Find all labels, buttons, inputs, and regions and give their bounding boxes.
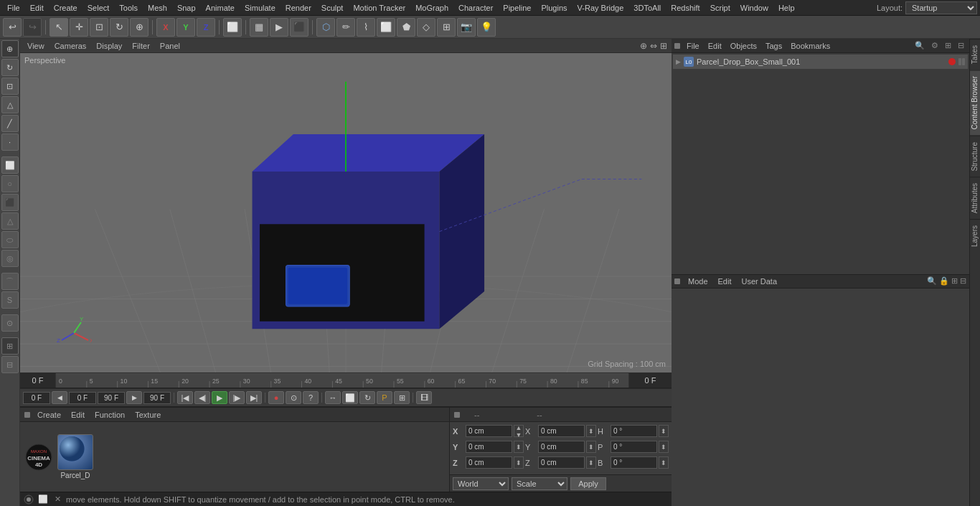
- frame-end-input1[interactable]: [98, 392, 125, 404]
- menu-window[interactable]: Window: [736, 2, 773, 14]
- coord-b-arrow[interactable]: ⬍: [659, 456, 669, 469]
- vp-menu-panel[interactable]: Panel: [157, 41, 183, 51]
- tree-item-0[interactable]: ▶ L0 Parcel_Drop_Box_Small_001: [673, 55, 968, 69]
- coord-b-input[interactable]: 0 °: [611, 456, 657, 469]
- pb-arrow-right[interactable]: ▶: [126, 391, 142, 404]
- coord-y-arrow[interactable]: ⬍: [514, 441, 524, 453]
- scale-tool-button[interactable]: ⊡: [90, 18, 108, 37]
- obj-menu-bookmarks[interactable]: Bookmarks: [787, 41, 834, 51]
- light-btn[interactable]: 💡: [477, 18, 496, 37]
- rotate-tool-button[interactable]: ↻: [110, 18, 128, 37]
- world-dropdown[interactable]: World: [453, 477, 509, 490]
- tab-layers[interactable]: Layers: [970, 219, 980, 253]
- material-item[interactable]: Parcel_D: [57, 434, 93, 479]
- menu-sculpt[interactable]: Sculpt: [317, 2, 348, 14]
- menu-select[interactable]: Select: [83, 2, 114, 14]
- mat-menu-create[interactable]: Create: [34, 410, 64, 420]
- deformer-btn[interactable]: ⬜: [377, 18, 395, 37]
- frame-start-input[interactable]: [23, 392, 50, 404]
- tab-structure[interactable]: Structure: [970, 136, 980, 177]
- render-region-btn[interactable]: ▦: [250, 18, 268, 37]
- coord-sy-arrow[interactable]: ⬍: [586, 441, 596, 453]
- coord-p-arrow[interactable]: ⬍: [659, 441, 669, 453]
- record-btn[interactable]: ●: [268, 391, 284, 404]
- coord-p-input[interactable]: 0 °: [611, 441, 657, 453]
- mat-menu-texture[interactable]: Texture: [132, 410, 164, 420]
- sphere-prim-btn[interactable]: ○: [1, 175, 19, 192]
- grid-btn2[interactable]: ⊞: [1, 337, 19, 355]
- scale-pb-btn[interactable]: ↻: [359, 391, 375, 404]
- bend-deformer-btn[interactable]: ⌒: [1, 273, 19, 290]
- transform-tool-button[interactable]: ⊕: [130, 18, 149, 37]
- viewport-canvas[interactable]: Perspective X Y Z Grid Spacing: [20, 53, 672, 373]
- menu-animate[interactable]: Animate: [202, 2, 239, 14]
- scale-dropdown[interactable]: Scale: [512, 477, 567, 490]
- menu-redshift[interactable]: Redshift: [666, 2, 704, 14]
- menu-snap[interactable]: Snap: [173, 2, 200, 14]
- menu-vray-bridge[interactable]: V-Ray Bridge: [573, 2, 628, 14]
- coord-h-input[interactable]: 0 °: [611, 425, 657, 437]
- menu-file[interactable]: File: [3, 2, 24, 14]
- attr-search-icon[interactable]: 🔍: [927, 276, 937, 286]
- keying-pb-btn[interactable]: ⊞: [394, 391, 410, 404]
- rotate-mode-btn[interactable]: ↻: [1, 59, 19, 76]
- cylinder-prim-btn[interactable]: ⬭: [1, 231, 19, 248]
- help-btn[interactable]: ?: [303, 391, 319, 404]
- film-btn[interactable]: 🎞: [416, 391, 432, 404]
- menu-pipeline[interactable]: Pipeline: [499, 2, 535, 14]
- cube-btn[interactable]: ⬡: [316, 18, 335, 37]
- play-btn[interactable]: ▶: [212, 391, 227, 404]
- ruler-bar[interactable]: 0 5 10 15 20 25 30: [56, 373, 628, 388]
- coord-sz-arrow[interactable]: ⬍: [586, 456, 596, 469]
- step-back-btn[interactable]: ◀|: [194, 391, 210, 404]
- grid-btn3[interactable]: ⊟: [1, 356, 19, 373]
- camera-btn[interactable]: ◇: [417, 18, 435, 37]
- polygon-mode-btn[interactable]: △: [1, 96, 19, 113]
- tab-takes[interactable]: Takes: [970, 39, 980, 70]
- vp-menu-view[interactable]: View: [24, 41, 47, 51]
- menu-mograph[interactable]: MoGraph: [411, 2, 453, 14]
- move-pb-btn[interactable]: ↔: [325, 391, 341, 404]
- obj-config-icon[interactable]: ⚙: [929, 40, 941, 51]
- tab-content-browser[interactable]: Content Browser: [970, 70, 980, 135]
- menu-create[interactable]: Create: [50, 2, 82, 14]
- edge-mode-btn[interactable]: ╱: [1, 115, 19, 132]
- mat-menu-edit[interactable]: Edit: [68, 410, 88, 420]
- attr-menu-mode[interactable]: Mode: [684, 276, 712, 286]
- go-end-btn[interactable]: ▶|: [246, 391, 262, 404]
- cone-prim-btn[interactable]: △: [1, 212, 19, 230]
- vp-menu-display[interactable]: Display: [93, 41, 125, 51]
- undo-button[interactable]: ↩: [3, 18, 22, 37]
- vp-menu-filter[interactable]: Filter: [129, 41, 152, 51]
- grid-btn[interactable]: ⊞: [437, 18, 456, 37]
- pb-arrow-left[interactable]: ◀: [52, 391, 67, 404]
- object-mode-btn[interactable]: ⬜: [223, 18, 242, 37]
- attr-menu-edit[interactable]: Edit: [715, 276, 735, 286]
- coord-h-arrow[interactable]: ⬍: [659, 425, 669, 437]
- coord-y-input[interactable]: 0 cm: [466, 441, 512, 453]
- generator-btn[interactable]: ⬟: [397, 18, 415, 37]
- attr-collapse-icon[interactable]: ⊟: [960, 276, 966, 286]
- menu-simulate[interactable]: Simulate: [240, 2, 280, 14]
- pen-btn[interactable]: ✏: [336, 18, 355, 37]
- obj-search-icon[interactable]: 🔍: [913, 40, 927, 51]
- obj-menu-edit[interactable]: Edit: [705, 41, 725, 51]
- menu-tools[interactable]: Tools: [115, 2, 142, 14]
- obj-menu-file[interactable]: File: [683, 41, 703, 51]
- step-fwd-btn[interactable]: |▶: [229, 391, 245, 404]
- mat-menu-function[interactable]: Function: [92, 410, 128, 420]
- y-axis-btn[interactable]: Y: [176, 18, 195, 37]
- x-axis-btn[interactable]: X: [156, 18, 175, 37]
- obj-expand-icon[interactable]: ⊞: [943, 40, 953, 51]
- menu-plugins[interactable]: Plugins: [537, 2, 571, 14]
- render-view-btn[interactable]: ▶: [270, 18, 288, 37]
- animate-pb-btn[interactable]: P: [377, 391, 392, 404]
- attr-expand-icon[interactable]: ⊞: [951, 276, 958, 286]
- coord-x-input[interactable]: 0 cm: [466, 425, 512, 437]
- coord-sy-input[interactable]: 0 cm: [538, 441, 585, 453]
- frame-current-input[interactable]: [69, 392, 96, 404]
- coord-sx-arrow[interactable]: ⬍: [586, 425, 596, 437]
- render-active-btn[interactable]: ⬛: [290, 18, 308, 37]
- status-icon1[interactable]: [23, 494, 34, 505]
- redo-button[interactable]: ↪: [23, 18, 42, 37]
